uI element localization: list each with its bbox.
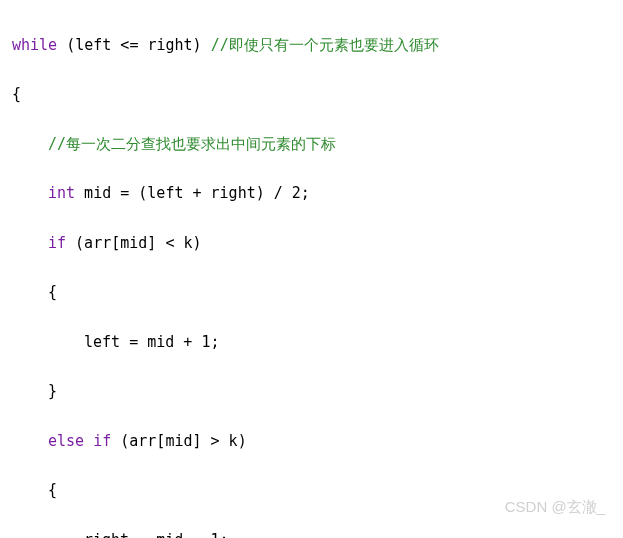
brace: { [48, 481, 57, 499]
code-line: //每一次二分查找也要求出中间元素的下标 [4, 132, 619, 157]
statement: mid = (left + right) / 2; [75, 184, 310, 202]
type-int: int [48, 184, 75, 202]
keyword-else-if: else if [48, 432, 111, 450]
brace: { [48, 283, 57, 301]
code-line: int mid = (left + right) / 2; [4, 181, 619, 206]
condition: (left <= right) [57, 36, 211, 54]
code-line: left = mid + 1; [4, 330, 619, 355]
comment: //每一次二分查找也要求出中间元素的下标 [48, 135, 336, 153]
code-line: if (arr[mid] < k) [4, 231, 619, 256]
code-line: while (left <= right) //即使只有一个元素也要进入循环 [4, 33, 619, 58]
comment: //即使只有一个元素也要进入循环 [211, 36, 439, 54]
condition: (arr[mid] < k) [66, 234, 201, 252]
code-line: } [4, 379, 619, 404]
code-line: { [4, 280, 619, 305]
brace: { [12, 85, 21, 103]
code-line: right = mid - 1; [4, 528, 619, 538]
condition: (arr[mid] > k) [111, 432, 246, 450]
code-line: { [4, 82, 619, 107]
code-line: { [4, 478, 619, 503]
brace: } [48, 382, 57, 400]
keyword-while: while [12, 36, 57, 54]
statement: right = mid - 1; [84, 531, 229, 538]
code-line: else if (arr[mid] > k) [4, 429, 619, 454]
keyword-if: if [48, 234, 66, 252]
code-block: while (left <= right) //即使只有一个元素也要进入循环 {… [4, 8, 619, 538]
statement: left = mid + 1; [84, 333, 219, 351]
